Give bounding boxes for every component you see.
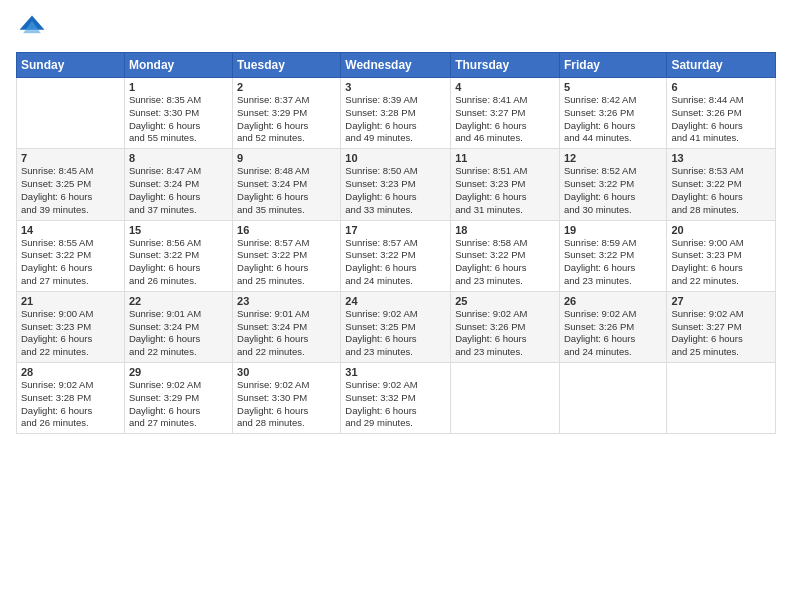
- day-info: Sunrise: 8:57 AM Sunset: 3:22 PM Dayligh…: [345, 237, 446, 288]
- day-number: 11: [455, 152, 555, 164]
- day-cell: 27Sunrise: 9:02 AM Sunset: 3:27 PM Dayli…: [667, 291, 776, 362]
- day-number: 21: [21, 295, 120, 307]
- day-number: 27: [671, 295, 771, 307]
- col-header-tuesday: Tuesday: [233, 53, 341, 78]
- day-number: 28: [21, 366, 120, 378]
- week-row-1: 7Sunrise: 8:45 AM Sunset: 3:25 PM Daylig…: [17, 149, 776, 220]
- calendar: SundayMondayTuesdayWednesdayThursdayFrid…: [16, 52, 776, 434]
- day-cell: 30Sunrise: 9:02 AM Sunset: 3:30 PM Dayli…: [233, 363, 341, 434]
- day-info: Sunrise: 8:59 AM Sunset: 3:22 PM Dayligh…: [564, 237, 662, 288]
- day-info: Sunrise: 9:02 AM Sunset: 3:27 PM Dayligh…: [671, 308, 771, 359]
- col-header-friday: Friday: [559, 53, 666, 78]
- day-number: 6: [671, 81, 771, 93]
- day-number: 14: [21, 224, 120, 236]
- day-cell: 28Sunrise: 9:02 AM Sunset: 3:28 PM Dayli…: [17, 363, 125, 434]
- day-number: 26: [564, 295, 662, 307]
- day-cell: 12Sunrise: 8:52 AM Sunset: 3:22 PM Dayli…: [559, 149, 666, 220]
- day-cell: 29Sunrise: 9:02 AM Sunset: 3:29 PM Dayli…: [124, 363, 232, 434]
- day-info: Sunrise: 9:00 AM Sunset: 3:23 PM Dayligh…: [671, 237, 771, 288]
- day-info: Sunrise: 9:01 AM Sunset: 3:24 PM Dayligh…: [129, 308, 228, 359]
- day-number: 8: [129, 152, 228, 164]
- day-cell: 3Sunrise: 8:39 AM Sunset: 3:28 PM Daylig…: [341, 78, 451, 149]
- day-number: 9: [237, 152, 336, 164]
- day-number: 31: [345, 366, 446, 378]
- day-number: 2: [237, 81, 336, 93]
- day-cell: 2Sunrise: 8:37 AM Sunset: 3:29 PM Daylig…: [233, 78, 341, 149]
- day-number: 1: [129, 81, 228, 93]
- day-cell: 21Sunrise: 9:00 AM Sunset: 3:23 PM Dayli…: [17, 291, 125, 362]
- day-number: 17: [345, 224, 446, 236]
- day-number: 4: [455, 81, 555, 93]
- day-info: Sunrise: 8:58 AM Sunset: 3:22 PM Dayligh…: [455, 237, 555, 288]
- day-cell: 5Sunrise: 8:42 AM Sunset: 3:26 PM Daylig…: [559, 78, 666, 149]
- day-info: Sunrise: 8:39 AM Sunset: 3:28 PM Dayligh…: [345, 94, 446, 145]
- day-info: Sunrise: 9:02 AM Sunset: 3:32 PM Dayligh…: [345, 379, 446, 430]
- logo-icon: [16, 12, 48, 44]
- day-cell: 14Sunrise: 8:55 AM Sunset: 3:22 PM Dayli…: [17, 220, 125, 291]
- day-cell: 18Sunrise: 8:58 AM Sunset: 3:22 PM Dayli…: [451, 220, 560, 291]
- col-header-wednesday: Wednesday: [341, 53, 451, 78]
- day-info: Sunrise: 8:55 AM Sunset: 3:22 PM Dayligh…: [21, 237, 120, 288]
- day-info: Sunrise: 8:35 AM Sunset: 3:30 PM Dayligh…: [129, 94, 228, 145]
- day-number: 18: [455, 224, 555, 236]
- day-info: Sunrise: 8:50 AM Sunset: 3:23 PM Dayligh…: [345, 165, 446, 216]
- day-cell: [559, 363, 666, 434]
- day-cell: 17Sunrise: 8:57 AM Sunset: 3:22 PM Dayli…: [341, 220, 451, 291]
- day-info: Sunrise: 8:45 AM Sunset: 3:25 PM Dayligh…: [21, 165, 120, 216]
- day-number: 29: [129, 366, 228, 378]
- day-number: 23: [237, 295, 336, 307]
- day-info: Sunrise: 8:48 AM Sunset: 3:24 PM Dayligh…: [237, 165, 336, 216]
- day-number: 5: [564, 81, 662, 93]
- day-number: 3: [345, 81, 446, 93]
- day-cell: 15Sunrise: 8:56 AM Sunset: 3:22 PM Dayli…: [124, 220, 232, 291]
- day-info: Sunrise: 8:42 AM Sunset: 3:26 PM Dayligh…: [564, 94, 662, 145]
- day-number: 13: [671, 152, 771, 164]
- header: [16, 12, 776, 44]
- day-cell: 1Sunrise: 8:35 AM Sunset: 3:30 PM Daylig…: [124, 78, 232, 149]
- day-cell: 16Sunrise: 8:57 AM Sunset: 3:22 PM Dayli…: [233, 220, 341, 291]
- day-info: Sunrise: 8:57 AM Sunset: 3:22 PM Dayligh…: [237, 237, 336, 288]
- day-cell: 31Sunrise: 9:02 AM Sunset: 3:32 PM Dayli…: [341, 363, 451, 434]
- col-header-sunday: Sunday: [17, 53, 125, 78]
- day-info: Sunrise: 8:37 AM Sunset: 3:29 PM Dayligh…: [237, 94, 336, 145]
- week-row-2: 14Sunrise: 8:55 AM Sunset: 3:22 PM Dayli…: [17, 220, 776, 291]
- day-cell: 7Sunrise: 8:45 AM Sunset: 3:25 PM Daylig…: [17, 149, 125, 220]
- day-number: 19: [564, 224, 662, 236]
- day-cell: 23Sunrise: 9:01 AM Sunset: 3:24 PM Dayli…: [233, 291, 341, 362]
- day-info: Sunrise: 9:02 AM Sunset: 3:26 PM Dayligh…: [455, 308, 555, 359]
- week-row-0: 1Sunrise: 8:35 AM Sunset: 3:30 PM Daylig…: [17, 78, 776, 149]
- logo: [16, 12, 52, 44]
- page: SundayMondayTuesdayWednesdayThursdayFrid…: [0, 0, 792, 612]
- day-cell: 8Sunrise: 8:47 AM Sunset: 3:24 PM Daylig…: [124, 149, 232, 220]
- day-cell: 11Sunrise: 8:51 AM Sunset: 3:23 PM Dayli…: [451, 149, 560, 220]
- day-number: 30: [237, 366, 336, 378]
- day-cell: 26Sunrise: 9:02 AM Sunset: 3:26 PM Dayli…: [559, 291, 666, 362]
- day-cell: [667, 363, 776, 434]
- day-info: Sunrise: 8:47 AM Sunset: 3:24 PM Dayligh…: [129, 165, 228, 216]
- day-cell: 13Sunrise: 8:53 AM Sunset: 3:22 PM Dayli…: [667, 149, 776, 220]
- day-info: Sunrise: 9:00 AM Sunset: 3:23 PM Dayligh…: [21, 308, 120, 359]
- day-info: Sunrise: 8:53 AM Sunset: 3:22 PM Dayligh…: [671, 165, 771, 216]
- col-header-saturday: Saturday: [667, 53, 776, 78]
- day-number: 25: [455, 295, 555, 307]
- day-number: 12: [564, 152, 662, 164]
- day-number: 10: [345, 152, 446, 164]
- day-number: 22: [129, 295, 228, 307]
- day-info: Sunrise: 8:51 AM Sunset: 3:23 PM Dayligh…: [455, 165, 555, 216]
- day-info: Sunrise: 9:02 AM Sunset: 3:29 PM Dayligh…: [129, 379, 228, 430]
- day-info: Sunrise: 9:02 AM Sunset: 3:28 PM Dayligh…: [21, 379, 120, 430]
- calendar-header-row: SundayMondayTuesdayWednesdayThursdayFrid…: [17, 53, 776, 78]
- day-info: Sunrise: 8:41 AM Sunset: 3:27 PM Dayligh…: [455, 94, 555, 145]
- day-cell: [451, 363, 560, 434]
- day-number: 15: [129, 224, 228, 236]
- day-number: 20: [671, 224, 771, 236]
- day-cell: 20Sunrise: 9:00 AM Sunset: 3:23 PM Dayli…: [667, 220, 776, 291]
- day-cell: 19Sunrise: 8:59 AM Sunset: 3:22 PM Dayli…: [559, 220, 666, 291]
- day-number: 7: [21, 152, 120, 164]
- day-cell: 10Sunrise: 8:50 AM Sunset: 3:23 PM Dayli…: [341, 149, 451, 220]
- day-info: Sunrise: 8:44 AM Sunset: 3:26 PM Dayligh…: [671, 94, 771, 145]
- day-info: Sunrise: 9:02 AM Sunset: 3:30 PM Dayligh…: [237, 379, 336, 430]
- day-cell: 9Sunrise: 8:48 AM Sunset: 3:24 PM Daylig…: [233, 149, 341, 220]
- col-header-monday: Monday: [124, 53, 232, 78]
- day-number: 16: [237, 224, 336, 236]
